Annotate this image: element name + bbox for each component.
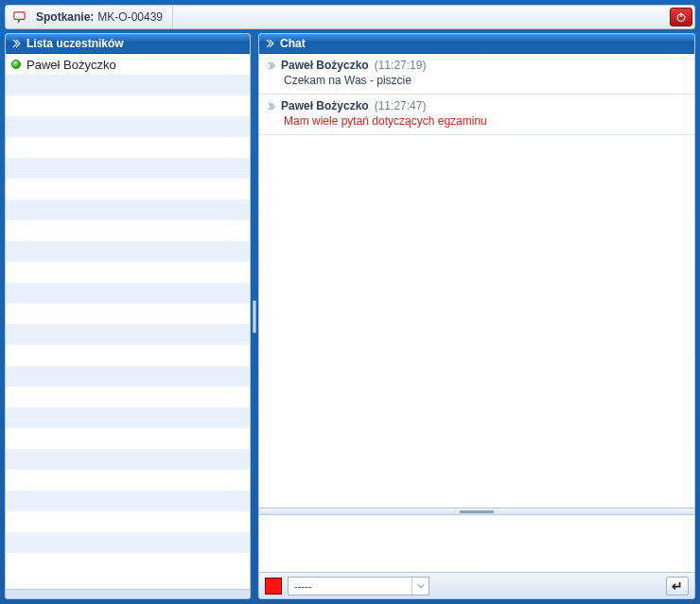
list-item[interactable] bbox=[6, 199, 250, 220]
presence-icon bbox=[11, 60, 21, 69]
dislike-icon[interactable] bbox=[8, 10, 30, 25]
list-item[interactable] bbox=[6, 116, 250, 137]
chat-message: Paweł Bożyczko(11:27:19)Czekam na Was - … bbox=[259, 54, 694, 95]
chat-panel: Chat Paweł Bożyczko(11:27:19)Czekam na W… bbox=[258, 33, 695, 599]
message-text: Czekam na Was - piszcie bbox=[284, 74, 687, 87]
splitter-grip-icon bbox=[460, 510, 494, 513]
meeting-id: MK-O-00439 bbox=[97, 10, 163, 24]
list-item[interactable] bbox=[6, 241, 250, 262]
chevron-right-icon bbox=[267, 61, 275, 70]
app-frame: Spotkanie: MK-O-00439 Lista uczestników … bbox=[0, 0, 700, 604]
enter-icon: ↵ bbox=[672, 578, 683, 594]
list-item[interactable]: Paweł Bożyczko bbox=[6, 54, 250, 75]
font-select[interactable]: ----- bbox=[288, 577, 429, 595]
list-item[interactable] bbox=[6, 137, 250, 158]
list-item[interactable] bbox=[6, 75, 250, 95]
chevron-down-icon bbox=[411, 578, 429, 595]
chat-header: Chat bbox=[259, 34, 694, 54]
list-item[interactable] bbox=[6, 345, 250, 366]
list-item[interactable] bbox=[6, 262, 250, 283]
message-text: Mam wiele pytań dotyczących egzaminu bbox=[284, 114, 687, 128]
chat-message: Paweł Bożyczko(11:27:47)Mam wiele pytań … bbox=[259, 95, 694, 135]
power-icon bbox=[675, 11, 687, 23]
chevron-right-icon bbox=[265, 39, 274, 48]
participants-header: Lista uczestników bbox=[6, 34, 250, 54]
chat-title: Chat bbox=[280, 37, 306, 50]
chevron-right-icon bbox=[11, 39, 21, 48]
list-item[interactable] bbox=[6, 428, 250, 449]
chat-input[interactable] bbox=[259, 515, 694, 572]
list-item[interactable] bbox=[6, 220, 250, 241]
title-bar: Spotkanie: MK-O-00439 bbox=[5, 5, 695, 29]
participants-title: Lista uczestników bbox=[26, 37, 124, 50]
list-item[interactable] bbox=[6, 449, 250, 470]
list-item[interactable] bbox=[6, 324, 250, 345]
list-item[interactable] bbox=[6, 158, 250, 179]
color-picker[interactable] bbox=[265, 578, 282, 595]
list-item[interactable] bbox=[6, 95, 250, 116]
chat-toolbar: ----- ↵ bbox=[259, 572, 694, 598]
message-time: (11:27:19) bbox=[375, 59, 427, 72]
power-button[interactable] bbox=[670, 8, 692, 26]
list-item[interactable] bbox=[6, 303, 250, 324]
meeting-title-tab: Spotkanie: MK-O-00439 bbox=[30, 6, 173, 28]
participants-panel: Lista uczestników Paweł Bożyczko bbox=[5, 33, 251, 599]
list-item[interactable] bbox=[6, 491, 250, 511]
list-item[interactable] bbox=[6, 283, 250, 303]
splitter-grip-icon bbox=[253, 301, 256, 333]
message-time: (11:27:47) bbox=[375, 99, 427, 112]
vertical-splitter[interactable] bbox=[251, 33, 258, 599]
meeting-label: Spotkanie: bbox=[36, 10, 94, 24]
participants-footer bbox=[6, 589, 250, 598]
list-item[interactable] bbox=[6, 470, 250, 491]
participant-name: Paweł Bożyczko bbox=[26, 58, 116, 72]
chat-log[interactable]: Paweł Bożyczko(11:27:19)Czekam na Was - … bbox=[259, 54, 694, 508]
main-split: Lista uczestników Paweł Bożyczko Chat Pa… bbox=[5, 33, 695, 599]
send-button[interactable]: ↵ bbox=[666, 577, 689, 595]
list-item[interactable] bbox=[6, 387, 250, 407]
font-select-value: ----- bbox=[289, 580, 411, 592]
message-author: Paweł Bożyczko bbox=[281, 99, 369, 112]
list-item[interactable] bbox=[6, 179, 250, 199]
list-item[interactable] bbox=[6, 407, 250, 428]
message-author: Paweł Bożyczko bbox=[281, 59, 369, 72]
list-item[interactable] bbox=[6, 366, 250, 387]
participant-list[interactable]: Paweł Bożyczko bbox=[6, 54, 250, 589]
horizontal-splitter[interactable] bbox=[259, 508, 694, 515]
list-item[interactable] bbox=[6, 532, 250, 553]
chevron-right-icon bbox=[267, 102, 275, 111]
list-item[interactable] bbox=[6, 511, 250, 532]
